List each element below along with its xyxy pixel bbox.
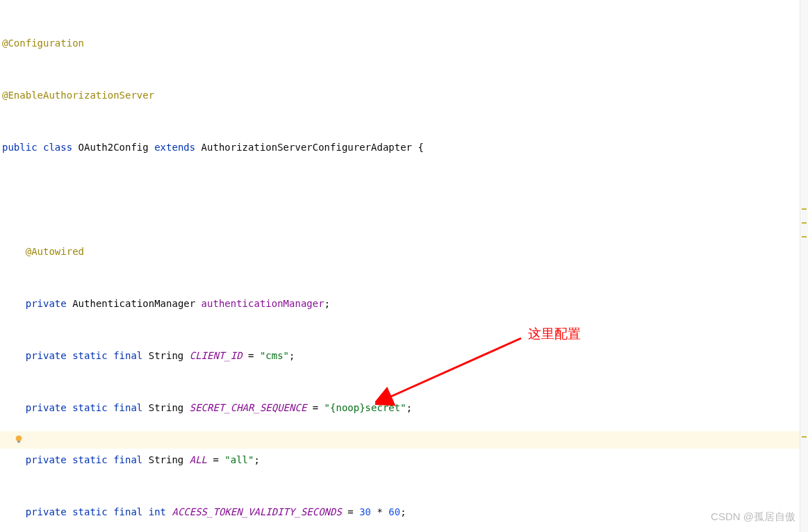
code-line[interactable]: @Autowired	[0, 243, 808, 260]
code-line[interactable]: @EnableAuthorizationServer	[0, 87, 808, 104]
error-stripe[interactable]	[800, 0, 808, 532]
svg-rect-1	[17, 441, 20, 443]
code-editor[interactable]: @Configuration @EnableAuthorizationServe…	[0, 0, 808, 532]
code-line[interactable]: private static final String SECRET_CHAR_…	[0, 399, 808, 417]
code-area[interactable]: @Configuration @EnableAuthorizationServe…	[0, 0, 808, 532]
stripe-mark[interactable]	[802, 236, 807, 238]
code-line[interactable]: private static final int ACCESS_TOKEN_VA…	[0, 504, 808, 521]
code-line[interactable]	[0, 191, 808, 208]
stripe-mark[interactable]	[802, 436, 807, 438]
code-line[interactable]: public class OAuth2Config extends Author…	[0, 139, 808, 156]
intention-bulb-icon[interactable]	[14, 435, 24, 444]
watermark: CSDN @孤居自傲	[711, 508, 795, 525]
svg-point-0	[16, 435, 22, 442]
code-line[interactable]: private AuthenticationManager authentica…	[0, 295, 808, 313]
code-line[interactable]: @Configuration	[0, 35, 808, 52]
stripe-mark[interactable]	[802, 208, 807, 210]
stripe-mark[interactable]	[802, 222, 807, 224]
code-line[interactable]: private static final String CLIENT_ID = …	[0, 347, 808, 365]
annotation-label: 这里配置	[528, 325, 581, 342]
code-line[interactable]: private static final String ALL = "all";	[0, 451, 808, 469]
